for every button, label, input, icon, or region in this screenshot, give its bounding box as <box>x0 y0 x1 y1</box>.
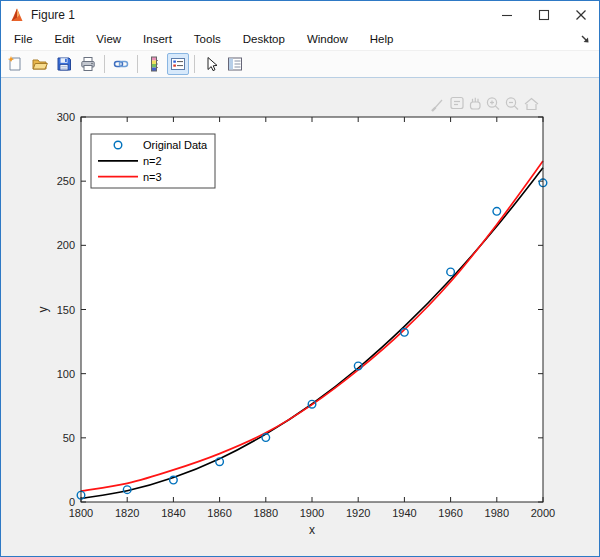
svg-text:50: 50 <box>63 432 75 444</box>
x-axis-label: x <box>309 523 315 537</box>
legend-entry-label: n=3 <box>143 171 162 183</box>
open-folder-icon <box>31 55 49 73</box>
menubar: File Edit View Insert Tools Desktop Wind… <box>1 28 599 51</box>
svg-text:1940: 1940 <box>392 507 416 519</box>
property-inspector-icon <box>226 55 244 73</box>
maximize-icon <box>539 10 548 19</box>
maximize-button[interactable] <box>525 1 562 28</box>
legend-icon <box>169 55 187 73</box>
axes-toolbar-zoom-in-icon[interactable] <box>487 98 499 110</box>
save-figure-button[interactable] <box>53 53 75 75</box>
svg-text:150: 150 <box>57 304 75 316</box>
close-icon <box>573 7 589 23</box>
svg-text:1860: 1860 <box>207 507 231 519</box>
svg-text:1980: 1980 <box>485 507 509 519</box>
close-button[interactable] <box>562 1 599 28</box>
new-figure-icon <box>7 55 25 73</box>
axes-plot: 1800182018401860188019001920194019601980… <box>1 78 599 556</box>
x-tick-labels: 1800182018401860188019001920194019601980… <box>69 507 555 519</box>
axes-toolbar <box>432 98 538 112</box>
figure-canvas: 1800182018401860188019001920194019601980… <box>1 78 599 556</box>
menu-file[interactable]: File <box>3 30 44 48</box>
window-controls <box>488 1 599 28</box>
dock-figure-button[interactable] <box>577 31 593 47</box>
matlab-app-icon <box>9 7 25 23</box>
svg-text:2000: 2000 <box>531 507 555 519</box>
y-axis-label: y <box>36 307 50 313</box>
svg-text:1900: 1900 <box>300 507 324 519</box>
svg-text:1960: 1960 <box>438 507 462 519</box>
figure-toolbar <box>1 51 599 78</box>
link-icon <box>112 55 130 73</box>
toolbar-separator <box>137 55 138 73</box>
y-tick-labels: 050100150200250300 <box>57 111 75 508</box>
svg-text:200: 200 <box>57 239 75 251</box>
menu-insert[interactable]: Insert <box>132 30 183 48</box>
svg-text:1820: 1820 <box>115 507 139 519</box>
svg-text:300: 300 <box>57 111 75 123</box>
svg-text:250: 250 <box>57 175 75 187</box>
menu-edit[interactable]: Edit <box>44 30 86 48</box>
svg-text:1800: 1800 <box>69 507 93 519</box>
menu-window[interactable]: Window <box>296 30 359 48</box>
insert-legend-button[interactable] <box>167 53 189 75</box>
cursor-arrow-icon <box>202 55 220 73</box>
axes-toolbar-pan-icon[interactable] <box>471 98 481 109</box>
axes-toolbar-home-icon[interactable] <box>525 99 538 110</box>
menu-help[interactable]: Help <box>359 30 405 48</box>
edit-plot-button[interactable] <box>200 53 222 75</box>
menu-tools[interactable]: Tools <box>183 30 232 48</box>
new-figure-button[interactable] <box>5 53 27 75</box>
svg-text:1840: 1840 <box>161 507 185 519</box>
menu-desktop[interactable]: Desktop <box>232 30 296 48</box>
svg-text:1880: 1880 <box>254 507 278 519</box>
link-plot-button[interactable] <box>110 53 132 75</box>
toolbar-separator <box>104 55 105 73</box>
axes-toolbar-brush-icon[interactable] <box>432 100 442 111</box>
legend-entry-label: n=2 <box>143 155 162 167</box>
toolbar-separator <box>194 55 195 73</box>
open-file-button[interactable] <box>29 53 51 75</box>
svg-text:1920: 1920 <box>346 507 370 519</box>
axes-toolbar-datatip-icon[interactable] <box>451 98 463 109</box>
figure-window: Figure 1 File Edit View Insert Tools Des… <box>0 0 600 557</box>
svg-text:100: 100 <box>57 368 75 380</box>
menu-view[interactable]: View <box>85 30 132 48</box>
window-title: Figure 1 <box>31 8 488 22</box>
titlebar[interactable]: Figure 1 <box>1 1 599 28</box>
legend[interactable]: Original Datan=2n=3 <box>91 134 215 188</box>
insert-colorbar-button[interactable] <box>143 53 165 75</box>
minimize-button[interactable] <box>488 1 525 28</box>
legend-entry-label: Original Data <box>143 139 208 151</box>
property-inspector-button[interactable] <box>224 53 246 75</box>
colorbar-icon <box>145 55 163 73</box>
print-figure-button[interactable] <box>77 53 99 75</box>
svg-text:0: 0 <box>69 496 75 508</box>
save-icon <box>55 55 73 73</box>
dock-arrow-icon <box>579 33 591 45</box>
print-icon <box>79 55 97 73</box>
axes-toolbar-zoom-out-icon[interactable] <box>506 98 518 110</box>
